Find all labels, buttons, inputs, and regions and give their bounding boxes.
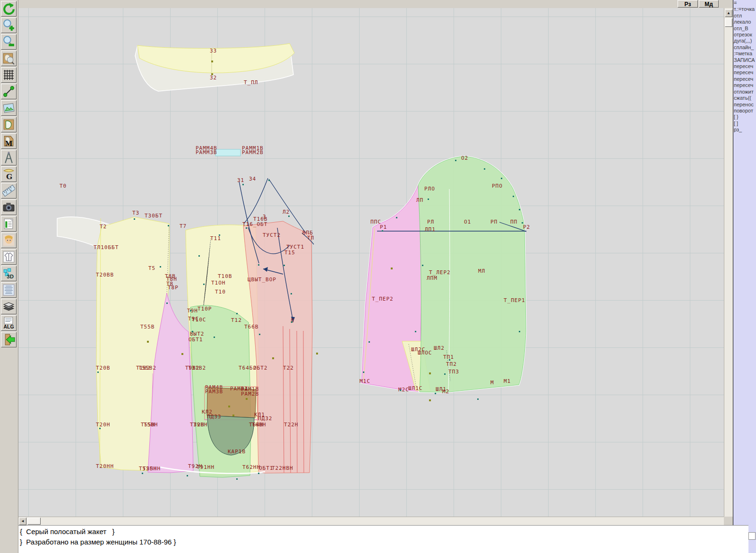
zoom-out-button[interactable] [1, 34, 17, 50]
command-item-0[interactable]: = [733, 0, 756, 6]
command-item-2[interactable]: отл [733, 13, 756, 19]
v-scrollbar[interactable]: ▲ [724, 8, 733, 517]
camera-button[interactable] [1, 199, 17, 215]
command-item-19[interactable]: [ ] [733, 121, 756, 127]
edge-point-marker [400, 389, 401, 391]
drafting-tools-button[interactable] [1, 150, 17, 165]
refresh-button[interactable] [1, 1, 17, 17]
command-item-10[interactable]: пересеч [733, 63, 756, 69]
command-item-3[interactable]: лекало [733, 19, 756, 25]
control-point-marker [232, 415, 234, 416]
command-panel[interactable]: =т.:=точкаотллекалоотл_Вотрезокдуга(,,,)… [733, 0, 756, 553]
command-item-20[interactable]: рз_ [733, 127, 756, 133]
view-piece-icon [2, 52, 15, 65]
text-document-button[interactable] [1, 282, 17, 298]
left-toolbar: MG783DALG [0, 0, 18, 553]
command-item-17[interactable]: поворот [733, 108, 756, 114]
picture-button[interactable] [1, 100, 17, 116]
control-point-marker [391, 268, 393, 269]
edge-point-marker [198, 255, 200, 257]
ruler-button[interactable]: 78 [1, 183, 17, 199]
pattern-piece-button[interactable] [1, 117, 17, 132]
status-line-1: { Серый полосатый жакет } [20, 527, 115, 536]
text-document-icon [2, 284, 15, 296]
control-point-marker [211, 73, 213, 75]
command-item-16[interactable]: перенос [733, 102, 756, 108]
command-item-1[interactable]: т.:=точка [733, 6, 756, 12]
svg-text:M: M [5, 139, 12, 147]
grid-button[interactable] [1, 67, 17, 83]
control-point-marker [429, 399, 431, 401]
control-point-marker [429, 372, 431, 374]
edge-point-marker [160, 266, 161, 268]
pattern-pieces-drawing [18, 8, 724, 517]
top-bar: Рз Мд [18, 0, 724, 9]
scroll-up-button[interactable]: ▲ [725, 9, 732, 17]
control-point-marker [147, 341, 149, 343]
control-point-marker [181, 353, 183, 355]
edge-point-marker [236, 478, 238, 480]
edge-point-marker [134, 218, 135, 220]
g-tool-button[interactable]: G [1, 166, 17, 182]
command-item-15[interactable]: сжать(( [733, 95, 756, 101]
garment-sketch-button[interactable] [1, 249, 17, 265]
edge-point-marker [203, 284, 205, 285]
edge-point-marker [449, 359, 450, 361]
drafting-tools-icon [2, 151, 15, 164]
rz-button[interactable]: Рз [678, 0, 698, 8]
model-photo-button[interactable] [1, 233, 17, 248]
garment-sketch-icon [2, 251, 15, 263]
command-item-6[interactable]: дуга(,,,) [733, 38, 756, 44]
view-3d-button[interactable]: 3D [1, 266, 17, 281]
view-piece-button[interactable] [1, 51, 17, 66]
command-item-11[interactable]: пересеч [733, 69, 756, 76]
algorithm-button[interactable]: ALG [1, 315, 17, 331]
v-scroll-thumb[interactable] [725, 18, 732, 27]
md-button[interactable]: Мд [699, 0, 719, 8]
svg-text:G: G [6, 172, 12, 181]
command-item-18[interactable]: [ } [733, 114, 756, 120]
edge-point-marker [484, 168, 485, 170]
edge-point-marker [192, 331, 193, 332]
measurements-m-button[interactable]: M [1, 133, 17, 149]
zoom-in-icon [2, 19, 15, 32]
edge-point-marker [142, 473, 143, 474]
h-scrollbar[interactable]: ◄ [18, 517, 724, 526]
segment-button[interactable] [1, 84, 17, 99]
scroll-left-button[interactable]: ◄ [19, 518, 26, 525]
grid-icon [2, 69, 15, 81]
command-item-14[interactable]: отложит [733, 89, 756, 95]
control-point-marker [228, 406, 230, 407]
edge-point-marker [97, 372, 99, 373]
edge-point-marker [444, 373, 446, 375]
command-item-7[interactable]: сплайн_ [733, 44, 756, 51]
refresh-icon [2, 2, 15, 15]
books-button[interactable] [1, 299, 17, 314]
exit-button[interactable] [1, 332, 17, 347]
command-item-4[interactable]: отл_В [733, 26, 756, 32]
svg-text:3D: 3D [7, 274, 14, 279]
picture-icon [2, 102, 15, 114]
command-item-9[interactable]: ЗАПИСА [733, 57, 756, 63]
command-item-8[interactable]: :=метка [733, 51, 756, 57]
zoom-in-button[interactable] [1, 17, 17, 33]
drawing-canvas[interactable]: 3332Т_ПЛРАММ4ВРАММ3ВРАММ1ВРАММ2ВТ03134Т3… [18, 8, 724, 517]
edge-point-marker [519, 331, 520, 332]
edge-point-marker [219, 234, 220, 236]
table-button[interactable] [1, 216, 17, 232]
svg-text:ALG: ALG [4, 324, 14, 329]
command-item-12[interactable]: пересеч [733, 76, 756, 82]
edge-point-marker [396, 217, 397, 218]
panel-scroll-thumb[interactable] [748, 532, 756, 540]
edge-point-marker [242, 184, 244, 185]
command-item-5[interactable]: отрезок [733, 32, 756, 38]
algorithm-icon: ALG [2, 317, 15, 329]
h-scroll-thumb[interactable] [27, 518, 41, 525]
edge-point-marker [415, 331, 416, 332]
command-item-13[interactable]: пересеч [733, 82, 756, 88]
edge-point-marker [284, 265, 285, 266]
edge-point-marker [99, 428, 101, 429]
camera-icon [2, 201, 15, 214]
edge-point-marker [382, 230, 383, 232]
edge-point-marker [522, 222, 523, 224]
